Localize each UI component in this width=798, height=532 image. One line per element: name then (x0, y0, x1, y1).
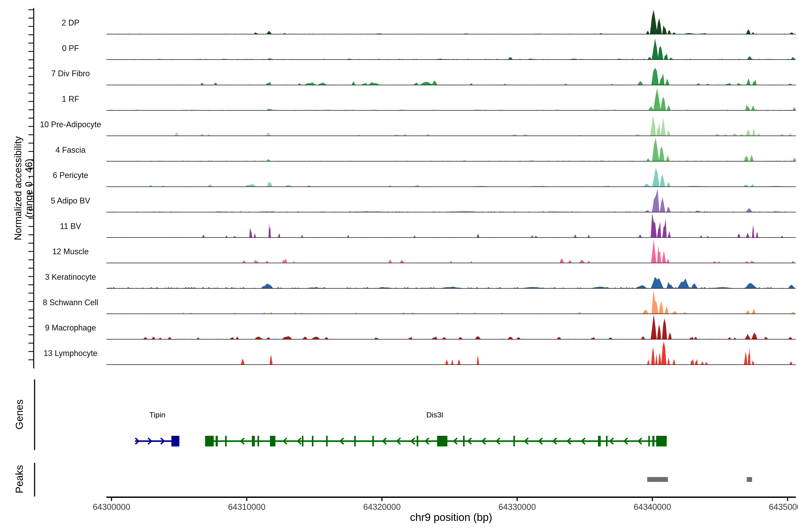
track-label-2-dp: 2 DP (22, 18, 119, 27)
x-tick-label: 64340000 (619, 502, 686, 512)
track-label-4-fascia: 4 Fascia (22, 146, 119, 155)
signal-track-1 (110, 39, 795, 60)
track-label-9-macrophage: 9 Macrophage (22, 323, 119, 332)
track-label-3-keratinocyte: 3 Keratinocyte (22, 272, 119, 282)
x-tick-label: 64300000 (78, 502, 145, 512)
signal-track-0 (107, 10, 795, 34)
track-label-1-rf: 1 RF (22, 94, 119, 104)
track-label-13-lymphocyte: 13 Lymphocyte (22, 349, 119, 358)
signal-track-4 (107, 115, 793, 136)
genome-browser-figure: Normalized accessibility(range 0 - 46) G… (0, 0, 798, 532)
track-label-7-div-fibro: 7 Div Fibro (22, 69, 119, 78)
signal-track-8 (107, 213, 790, 238)
signal-track-11 (107, 290, 795, 314)
signal-track-5 (107, 138, 796, 162)
signal-track-10 (107, 277, 795, 288)
gene-name-label: Dis3l (401, 411, 468, 419)
x-tick-label: 64350000 (754, 502, 798, 512)
signal-track-13 (115, 341, 793, 365)
gene-name-label: Tipin (124, 411, 191, 419)
called-peak (747, 477, 752, 482)
x-tick-label: 64330000 (484, 502, 550, 512)
gene-Dis3l (205, 436, 667, 446)
x-axis-title: chr9 position (bp) (340, 511, 562, 524)
gene-Tipin (135, 436, 179, 446)
signal-track-2 (113, 68, 792, 85)
track-label-12-muscle: 12 Muscle (22, 247, 119, 256)
signal-track-9 (107, 239, 795, 263)
called-peak (647, 477, 668, 482)
track-label-8-schwann-cell: 8 Schwann Cell (22, 298, 119, 307)
track-label-10-pre-adipocyte: 10 Pre-Adipocyte (22, 120, 119, 129)
track-label-6-pericyte: 6 Pericyte (22, 171, 119, 180)
x-tick-label: 64320000 (349, 502, 415, 512)
signal-track-3 (107, 88, 796, 110)
signal-track-7 (110, 189, 787, 212)
x-tick-label: 64310000 (213, 502, 280, 512)
genome-tracks-svg (0, 0, 798, 532)
track-label-0-pf: 0 PF (22, 44, 119, 53)
track-label-11-bv: 11 BV (22, 222, 119, 231)
signal-track-6 (113, 168, 790, 187)
signal-track-12 (107, 314, 793, 339)
peaks-section-label: Peaks (14, 413, 25, 532)
track-label-5-adipo-bv: 5 Adipo BV (22, 196, 119, 206)
